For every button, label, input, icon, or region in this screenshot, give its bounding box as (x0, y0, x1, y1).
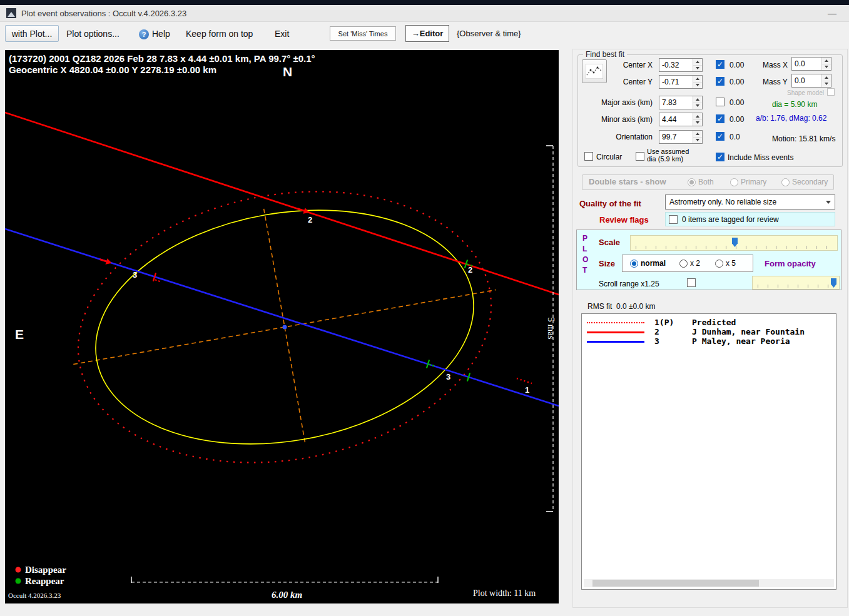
size-normal-radio[interactable] (630, 260, 638, 268)
rms-fit-label: RMS fit 0.0 ±0.0 km (587, 302, 656, 311)
exit-menu[interactable]: Exit (275, 29, 289, 39)
double-stars-primary-radio[interactable] (730, 178, 738, 186)
mass-x-input[interactable] (792, 58, 821, 70)
major-axis-label: Major axis (km) (592, 98, 653, 107)
obs-line-sample-blue (587, 341, 644, 343)
observations-hscrollbar-thumb[interactable] (592, 580, 759, 587)
minor-axis-spinner[interactable] (659, 113, 703, 126)
mass-x-up-icon[interactable] (822, 58, 831, 64)
obs-name: Predicted (692, 318, 736, 327)
size-x2-radio[interactable] (679, 260, 688, 268)
reappear-label: Reappear (25, 576, 64, 586)
circular-label: Circular (596, 153, 622, 161)
fit-plot-button[interactable] (582, 59, 607, 83)
shape-model-checkbox[interactable] (827, 88, 835, 96)
minor-axis-input[interactable] (659, 113, 693, 126)
orientation-spinner[interactable] (659, 130, 703, 144)
major-axis-down-icon[interactable] (693, 103, 702, 109)
form-opacity-slider[interactable] (752, 276, 840, 290)
center-x-label: Center X (608, 61, 653, 69)
minor-axis-fit-checkbox[interactable] (716, 114, 724, 123)
orientation-input[interactable] (659, 131, 693, 143)
mass-y-up-icon[interactable] (822, 74, 831, 81)
center-y-fit-checkbox[interactable] (716, 77, 724, 86)
major-axis-up-icon[interactable] (693, 96, 702, 103)
quality-label: Quality of the fit (579, 199, 641, 208)
quality-dropdown[interactable]: Astrometry only. No reliable size (665, 194, 835, 210)
center-x-up-icon[interactable] (693, 59, 702, 65)
review-flags-checkbox[interactable] (669, 215, 678, 224)
plot-letter-l: L (582, 245, 587, 253)
chord-2-r-label: 2 (468, 265, 472, 275)
size-x2-label: x 2 (690, 259, 700, 268)
orientation-down-icon[interactable] (693, 137, 702, 144)
major-axis-spinner[interactable] (659, 96, 703, 109)
double-stars-group: Double stars - show Both Primary Seconda… (582, 174, 834, 190)
size-x5-radio[interactable] (715, 260, 723, 268)
motion-value: Motion: 15.81 km/s (772, 134, 835, 143)
scroll-range-checkbox[interactable] (687, 278, 696, 287)
double-stars-secondary-radio[interactable] (781, 178, 790, 186)
mass-x-down-icon[interactable] (822, 64, 831, 71)
center-x-error: 0.00 (730, 61, 744, 69)
center-x-down-icon[interactable] (693, 65, 702, 72)
window-top-edge (0, 0, 849, 5)
scale-slider[interactable] (630, 235, 838, 251)
plot-canvas[interactable]: (173720) 2001 QZ182 2026 Feb 28 7.83 x 4… (5, 50, 559, 603)
find-best-fit-group: Find best fit (577, 54, 843, 167)
form-opacity-slider-ticks (758, 285, 834, 288)
mass-x-spinner[interactable] (791, 57, 831, 71)
major-axis-input[interactable] (659, 96, 693, 109)
chord-3-d-label: 3 (133, 270, 137, 280)
chord-2-d-label: 2 (308, 215, 312, 225)
center-y-down-icon[interactable] (693, 82, 702, 89)
find-best-fit-legend: Find best fit (583, 50, 627, 59)
center-x-input[interactable] (659, 59, 693, 71)
major-axis-fit-checkbox[interactable] (716, 98, 724, 106)
plot-header-line1: (173720) 2001 QZ182 2026 Feb 28 7.83 x 4… (9, 53, 315, 64)
center-x-fit-checkbox[interactable] (716, 60, 724, 69)
minor-axis-error: 0.00 (730, 115, 744, 124)
observation-row[interactable]: 2 J Dunham, near Fountain (586, 327, 831, 337)
keep-form-on-top-menu[interactable]: Keep form on top (186, 29, 253, 39)
plot-options-menu[interactable]: Plot options... (66, 29, 119, 39)
circular-checkbox[interactable] (584, 152, 593, 161)
center-y-spinner[interactable] (659, 75, 703, 89)
observations-hscrollbar[interactable] (584, 579, 834, 587)
observation-row[interactable]: 1(P) Predicted (586, 318, 831, 328)
minor-axis-up-icon[interactable] (693, 113, 702, 119)
scale-slider-ticks (636, 246, 832, 249)
diameter-value: dia = 5.90 km (772, 100, 817, 109)
size-x5-label: x 5 (726, 259, 736, 268)
fit-plot-icon (586, 64, 603, 79)
use-assumed-dia-checkbox[interactable] (636, 152, 644, 161)
window-title: Plot event observations : Occult v.4.202… (21, 9, 186, 18)
set-miss-times-button[interactable]: Set 'Miss' Times (330, 26, 396, 41)
mass-y-down-icon[interactable] (822, 81, 831, 88)
double-stars-both-radio[interactable] (688, 178, 696, 186)
obs-line-sample-dotted-red (587, 322, 644, 323)
orientation-fit-checkbox[interactable] (716, 132, 724, 141)
include-miss-checkbox[interactable] (716, 153, 724, 161)
center-y-input[interactable] (659, 76, 693, 88)
size-label: Size (599, 259, 615, 268)
orientation-up-icon[interactable] (693, 131, 702, 137)
editor-button[interactable]: →Editor (405, 25, 449, 42)
mass-y-spinner[interactable] (791, 74, 831, 88)
observation-row[interactable]: 3 P Maley, near Peoria (586, 336, 831, 346)
with-plot-button[interactable]: with Plot... (5, 25, 59, 42)
size-radio-group: normal x 2 x 5 (622, 255, 753, 272)
help-label: Help (152, 29, 170, 39)
review-flags-box: 0 items are tagged for review (665, 212, 835, 226)
titlebar: Plot event observations : Occult v.4.202… (0, 5, 849, 22)
mass-y-input[interactable] (792, 74, 821, 87)
use-assumed-line1: Use assumed (647, 148, 689, 155)
orientation-label: Orientation (592, 133, 653, 141)
center-y-up-icon[interactable] (693, 76, 702, 82)
minor-axis-down-icon[interactable] (693, 119, 702, 126)
plot-settings-panel: P L O T Scale Size normal x 2 x 5 Form o… (576, 230, 841, 290)
help-menu[interactable]: ?Help (139, 29, 170, 39)
minimize-button[interactable]: — (821, 8, 843, 18)
observations-list[interactable]: 1(P) Predicted 2 J Dunham, near Fountain… (581, 313, 836, 590)
center-x-spinner[interactable] (659, 58, 703, 72)
